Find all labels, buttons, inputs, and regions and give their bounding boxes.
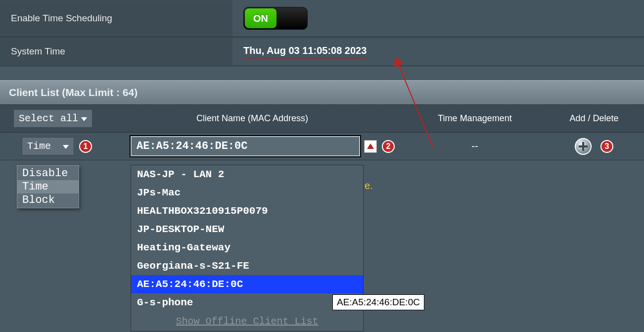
- cell-add-delete: 3: [544, 138, 644, 155]
- client-list-header: Client List (Max Limit : 64): [0, 80, 644, 105]
- cell-client-name: 2: [99, 136, 406, 156]
- enable-scheduling-value: ON: [232, 0, 644, 37]
- system-time-value-cell: Thu, Aug 03 11:05:08 2023: [232, 38, 644, 65]
- time-option-time[interactable]: Time: [17, 180, 79, 193]
- triangle-up-icon: [367, 143, 374, 149]
- time-options-dropdown: Disable Time Block: [17, 165, 79, 208]
- client-dropdown: NAS-JP - LAN 2 JPs-Mac HEALTHBOX3210915P…: [131, 165, 364, 332]
- toggle-enable-scheduling[interactable]: ON: [243, 7, 308, 30]
- client-option[interactable]: Georgiana-s-S21-FE: [131, 257, 363, 275]
- offline-client-link-wrap: Show Offline Client List: [131, 312, 363, 331]
- select-all-button[interactable]: Select all: [13, 109, 92, 128]
- table-row: Time 1 2 -- 3: [0, 133, 644, 160]
- add-button[interactable]: [575, 138, 592, 155]
- chevron-down-icon: [62, 141, 69, 152]
- offline-client-link[interactable]: Show Offline Client List: [176, 316, 318, 327]
- time-management-value: --: [471, 141, 478, 151]
- yellow-text-fragment: e.: [365, 180, 373, 191]
- cell-time-management: --: [406, 141, 544, 152]
- time-dropdown-value: Time: [27, 141, 51, 152]
- row-system-time: System Time Thu, Aug 03 11:05:08 2023: [0, 37, 644, 66]
- system-time-value: Thu, Aug 03 11:05:08 2023: [243, 45, 367, 58]
- col-client-name: Client Name (MAC Address): [99, 113, 406, 124]
- dropdown-toggle-button[interactable]: [364, 140, 377, 153]
- client-option-selected[interactable]: AE:A5:24:46:DE:0C: [131, 275, 363, 293]
- system-time-label: System Time: [0, 37, 232, 66]
- time-dropdown[interactable]: Time: [22, 137, 74, 155]
- client-option[interactable]: G-s-phone: [131, 293, 363, 312]
- annotation-badge-3: 3: [600, 140, 613, 153]
- table-header: Select all Client Name (MAC Address) Tim…: [0, 105, 644, 133]
- cell-time-select: Time 1: [0, 137, 99, 155]
- client-option[interactable]: JP-DESKTOP-NEW: [131, 220, 363, 238]
- client-option[interactable]: HEALTHBOX3210915P0079: [131, 202, 363, 220]
- mac-input-wrap: [131, 136, 360, 156]
- col-add-delete: Add / Delete: [544, 113, 644, 124]
- annotation-badge-1: 1: [79, 140, 92, 153]
- col-time-management: Time Management: [406, 113, 544, 124]
- client-option[interactable]: JPs-Mac: [131, 184, 363, 202]
- mac-address-input[interactable]: [132, 137, 359, 155]
- time-option-disable[interactable]: Disable: [17, 167, 79, 180]
- annotation-badge-2: 2: [382, 140, 395, 153]
- col-select: Select all: [0, 109, 99, 128]
- client-option[interactable]: Heating-Gateway: [131, 238, 363, 257]
- toggle-on-label: ON: [245, 8, 276, 28]
- select-all-label: Select all: [19, 113, 78, 124]
- row-enable-scheduling: Enable Time Scheduling ON: [0, 0, 644, 37]
- tooltip-mac: AE:A5:24:46:DE:0C: [332, 294, 424, 310]
- client-option[interactable]: NAS-JP - LAN 2: [131, 165, 363, 184]
- time-option-block[interactable]: Block: [17, 193, 79, 207]
- enable-scheduling-label: Enable Time Scheduling: [0, 4, 232, 33]
- chevron-down-icon: [80, 113, 87, 124]
